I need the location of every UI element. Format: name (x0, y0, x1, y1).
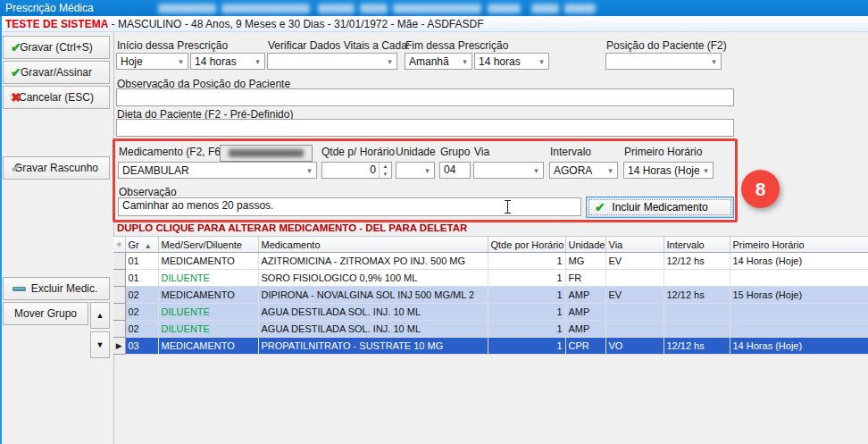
move-down-button[interactable]: ▼ (90, 331, 110, 358)
save-sign-button[interactable]: ✔ Gravar/Assinar (3, 61, 110, 84)
cell-qtde: 1 (488, 253, 565, 270)
chevron-down-icon: ▾ (458, 57, 472, 66)
save-button-label: Gravar (Ctrl+S) (20, 41, 93, 54)
cell-qtde: 1 (488, 270, 565, 287)
header-unidade[interactable]: Unidade (565, 237, 605, 253)
chevron-down-icon: ▾ (303, 166, 316, 175)
table-row[interactable]: 02MEDICAMENTODIPIRONA - NOVALGINA SOL IN… (113, 287, 868, 304)
row-selector[interactable] (113, 321, 125, 338)
row-selector[interactable] (113, 287, 125, 304)
patient-name: TESTE DE SISTEMA (5, 18, 108, 30)
fim-time-select[interactable]: 14 horas▾ (474, 53, 549, 70)
cell-tipo: MEDICAMENTO (158, 287, 258, 304)
chevron-down-icon: ▾ (535, 57, 548, 66)
intervalo-select[interactable]: AGORA▾ (549, 162, 618, 179)
save-draft-button[interactable]: ✔ Gravar Rascunho (3, 156, 110, 180)
delete-med-button-label: Excluir Medic. (31, 282, 98, 295)
fim-day-select[interactable]: Amanhã▾ (405, 53, 472, 70)
header-medicamento[interactable]: Medicamento (258, 237, 488, 253)
cell-medicamento: DIPIRONA - NOVALGINA SOL INJ 500 MG/ML 2 (258, 287, 488, 304)
qtde-stepper[interactable]: 0 ▲ ▼ (321, 162, 392, 179)
header-via[interactable]: Via (605, 237, 664, 253)
header-qtde[interactable]: Qtde por Horário (488, 237, 565, 253)
spin-up-icon[interactable]: ▲ (380, 163, 391, 171)
cell-primeiro (730, 304, 868, 321)
cell-gr: 02 (125, 321, 158, 338)
arrow-up-icon: ▲ (96, 311, 104, 320)
redacted-button[interactable] (220, 145, 313, 162)
remove-dash-icon (13, 287, 26, 291)
cancel-button[interactable]: ✖ Cancelar (ESC) (3, 86, 110, 109)
cell-primeiro: 14 Horas (Hoje) (730, 338, 868, 355)
cell-tipo: DILUENTE (158, 270, 258, 287)
step-badge: 8 (741, 170, 780, 208)
row-selector[interactable] (113, 253, 125, 270)
dieta-input[interactable] (116, 119, 734, 137)
redacted-title-text (318, 4, 355, 13)
grupo-input[interactable]: 04 (439, 162, 471, 179)
cell-qtde: 1 (488, 338, 565, 355)
unidade-select[interactable]: ▾ (396, 162, 435, 179)
header-intervalo[interactable]: Intervalo (664, 237, 730, 253)
patient-details: - MASCULINO - 48 Anos, 9 Meses e 30 Dias… (108, 18, 483, 30)
cell-via: EV (605, 287, 664, 304)
save-draft-button-label: Gravar Rascunho (14, 162, 98, 174)
grid-asterisk-icon: ✳ (113, 237, 125, 253)
table-row[interactable]: 02DILUENTEAGUA DESTILADA SOL. INJ. 10 ML… (113, 321, 868, 338)
row-pointer-icon[interactable]: ▶ (113, 338, 125, 355)
redacted-title-text (221, 4, 310, 13)
row-selector[interactable] (113, 304, 125, 321)
observacao-label: Observação (119, 186, 177, 198)
inicio-time-select[interactable]: 14 horas▾ (190, 53, 265, 70)
chevron-down-icon: ▾ (699, 166, 713, 175)
posicao-select[interactable]: ▾ (605, 53, 722, 70)
row-selector[interactable] (113, 270, 125, 287)
spin-down-icon[interactable]: ▼ (380, 171, 391, 179)
cell-qtde: 1 (488, 287, 565, 304)
arrow-down-icon: ▼ (96, 340, 104, 349)
primeiro-horario-select[interactable]: 14 Horas (Hoje)▾ (623, 162, 714, 179)
move-group-button[interactable]: Mover Grupo (3, 302, 88, 325)
inicio-day-select[interactable]: Hoje▾ (116, 53, 188, 70)
vitais-select[interactable]: ▾ (267, 53, 397, 70)
delete-med-button[interactable]: Excluir Medic. (3, 277, 110, 300)
posicao-label: Posição do Paciente (F2) (606, 39, 727, 52)
cell-intervalo (664, 270, 730, 287)
cell-unidade: AMP (565, 304, 605, 321)
table-row[interactable]: 02DILUENTEAGUA DESTILADA SOL. INJ. 10 ML… (113, 304, 868, 321)
incluir-medicamento-button[interactable]: ✔ Incluir Medicamento (586, 197, 734, 218)
cell-gr: 02 (125, 304, 158, 321)
header-primeiro[interactable]: Primeiro Horário (730, 237, 868, 253)
observacao-input[interactable]: Caminhar ao menos 20 passos. (118, 197, 581, 216)
cell-gr: 02 (125, 287, 158, 304)
save-sign-button-label: Gravar/Assinar (21, 66, 92, 79)
cell-via (605, 304, 664, 321)
header-gr[interactable]: Gr▲ (125, 237, 158, 253)
redacted-title-text (564, 4, 596, 13)
cell-gr: 01 (125, 253, 158, 270)
move-up-button[interactable]: ▲ (90, 302, 110, 329)
header-tipo[interactable]: Med/Serv/Diluente (158, 237, 258, 253)
save-button[interactable]: ✔ Gravar (Ctrl+S) (3, 36, 110, 59)
patient-info-bar: TESTE DE SISTEMA - MASCULINO - 48 Anos, … (2, 16, 868, 32)
chevron-down-icon: ▾ (174, 57, 188, 66)
cell-primeiro (730, 270, 868, 287)
table-row[interactable]: 01MEDICAMENTOAZITROMICINA - ZITROMAX PO … (113, 253, 868, 270)
window-left-border (0, 16, 2, 444)
move-group-button-label: Mover Grupo (14, 307, 77, 320)
cell-via (605, 321, 664, 338)
cross-icon: ✖ (11, 91, 21, 104)
via-select[interactable]: ▾ (473, 162, 544, 179)
check-icon: ✔ (11, 41, 21, 54)
table-row[interactable]: 01DILUENTESORO FISIOLOGICO 0,9% 100 ML1F… (113, 270, 868, 287)
obs-posicao-input[interactable] (116, 88, 734, 106)
unidade-label: Unidade (396, 146, 436, 158)
cell-medicamento: PROPATILNITRATO - SUSTRATE 10 MG (258, 338, 488, 355)
cell-via: EV (605, 253, 664, 270)
table-row[interactable]: ▶03MEDICAMENTOPROPATILNITRATO - SUSTRATE… (113, 338, 868, 355)
cell-intervalo: 12/12 hs (664, 253, 730, 270)
chevron-down-icon: ▾ (707, 57, 721, 66)
medicamento-select[interactable]: DEAMBULAR▾ (118, 162, 317, 179)
check-icon: ✔ (11, 66, 21, 79)
cell-gr: 01 (125, 270, 158, 287)
